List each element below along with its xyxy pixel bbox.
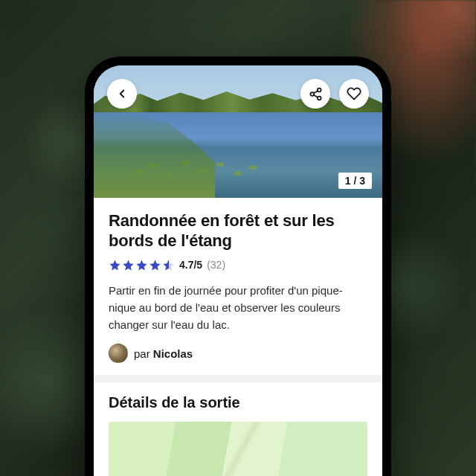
rating-row[interactable]: 4.7/5 (32) bbox=[109, 259, 367, 271]
details-section: Détails de la sortie bbox=[94, 382, 382, 476]
phone-frame: 1 / 3 Randonnée en forêt et sur les bord… bbox=[85, 57, 391, 476]
rating-value: 4.7/5 bbox=[179, 259, 202, 271]
image-counter: 1 / 3 bbox=[338, 173, 372, 189]
svg-line-3 bbox=[313, 94, 317, 97]
details-heading: Détails de la sortie bbox=[109, 394, 367, 411]
rating-count: (32) bbox=[207, 259, 225, 271]
star-half-icon bbox=[162, 259, 175, 271]
svg-line-4 bbox=[313, 91, 317, 93]
listing-title: Randonnée en forêt et sur les bords de l… bbox=[109, 211, 367, 251]
author-row[interactable]: par Nicolas bbox=[109, 344, 367, 363]
hero-vegetation-decoration bbox=[131, 147, 265, 184]
author-text: par Nicolas bbox=[134, 347, 193, 360]
hero-controls bbox=[107, 79, 369, 109]
author-avatar bbox=[109, 344, 128, 363]
chevron-left-icon bbox=[115, 87, 129, 100]
listing-description: Partir en fin de journée pour profiter d… bbox=[109, 282, 367, 334]
author-name: Nicolas bbox=[153, 347, 193, 360]
map-preview[interactable] bbox=[109, 422, 367, 476]
share-button[interactable] bbox=[300, 79, 330, 109]
star-icon bbox=[135, 259, 148, 271]
back-button[interactable] bbox=[107, 79, 137, 109]
favorite-button[interactable] bbox=[339, 79, 369, 109]
hero-image[interactable]: 1 / 3 bbox=[94, 65, 382, 198]
star-icon bbox=[109, 259, 121, 271]
screen: 1 / 3 Randonnée en forêt et sur les bord… bbox=[94, 65, 382, 476]
rating-stars bbox=[109, 259, 175, 271]
author-prefix: par bbox=[134, 347, 153, 360]
star-icon bbox=[149, 259, 161, 271]
heart-icon bbox=[347, 86, 361, 101]
listing-content: Randonnée en forêt et sur les bords de l… bbox=[94, 198, 382, 375]
star-icon bbox=[122, 259, 135, 271]
section-divider bbox=[94, 375, 382, 382]
share-icon bbox=[309, 87, 323, 101]
